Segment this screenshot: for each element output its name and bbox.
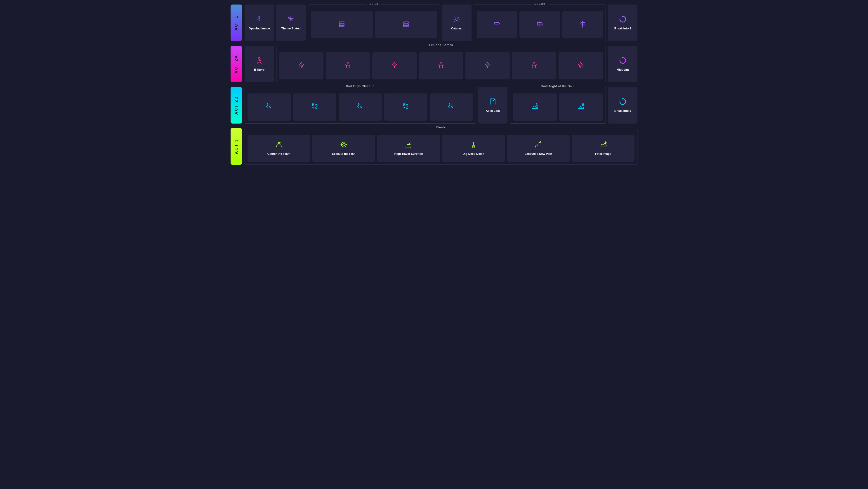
celebration-icon-6: [530, 61, 538, 70]
fag-card-4[interactable]: [419, 52, 463, 80]
final-image-card[interactable]: Final Image: [572, 135, 634, 162]
act3-label: ACT 3: [230, 128, 242, 165]
act2b-content: Bad Guys Close In: [245, 87, 638, 123]
svg-point-45: [533, 62, 535, 64]
setup-card-2[interactable]: [375, 11, 437, 38]
execute-new-plan-label: Execute a New Plan: [524, 152, 552, 156]
fag-card-5[interactable]: [465, 52, 510, 80]
finale-section: Finale Gather t: [245, 128, 638, 165]
svg-point-53: [267, 104, 268, 105]
execute-new-plan-card[interactable]: Execute a New Plan: [507, 135, 569, 162]
svg-line-41: [442, 64, 443, 65]
catalyst-card[interactable]: Catalyst: [442, 4, 471, 41]
bgci-card-3[interactable]: [339, 93, 382, 121]
starburst-icon: [453, 15, 461, 24]
debate-card-3[interactable]: [562, 11, 603, 38]
execute-plan-card[interactable]: Execute the Plan: [312, 135, 375, 162]
setup-card-1[interactable]: [311, 11, 373, 38]
runners-icon-1: [265, 103, 273, 112]
high-tower-card[interactable]: High Tower Surprise: [377, 135, 440, 162]
story-structure-board: ACT 1 Opening Image: [230, 4, 638, 165]
spinner-cyan-icon: [619, 97, 627, 107]
setup-inner-cards: [311, 11, 437, 38]
shovel-icon: [469, 141, 477, 150]
svg-line-47: [536, 64, 537, 65]
dark-night-label: Dark Night of the Soul: [538, 84, 577, 88]
celebration-icon-3: [391, 61, 399, 70]
svg-line-15: [458, 21, 459, 22]
dig-deep-label: Dig Deep Down: [463, 152, 484, 156]
svg-line-37: [392, 64, 393, 65]
fag-card-1[interactable]: [279, 52, 323, 80]
svg-rect-3: [339, 22, 344, 23]
act2a-row: ACT 2A B Story: [230, 46, 638, 82]
sparkle-icon: [287, 15, 295, 24]
svg-line-44: [489, 64, 490, 65]
midpoint-card[interactable]: Midpoint: [608, 46, 638, 82]
act1-label: ACT 1: [230, 4, 242, 41]
svg-point-48: [580, 62, 581, 64]
fun-games-cards: [279, 52, 603, 80]
fag-card-2[interactable]: [326, 52, 370, 80]
theme-stated-card[interactable]: Theme Stated: [276, 4, 306, 41]
svg-point-25: [259, 60, 260, 61]
act3-row: ACT 3 Finale: [230, 128, 638, 165]
theme-stated-label: Theme Stated: [281, 27, 301, 31]
b-story-card[interactable]: B Story: [245, 46, 274, 82]
svg-point-23: [258, 57, 260, 59]
svg-line-17: [454, 21, 456, 22]
debate-card-2[interactable]: [520, 11, 560, 38]
dnis-card-2[interactable]: [559, 93, 603, 121]
svg-line-50: [582, 64, 583, 65]
spinner-pink-icon: [619, 56, 627, 66]
person-icon: [255, 56, 264, 66]
signpost-icon-3: [579, 20, 587, 29]
dnis-card-1[interactable]: [513, 93, 557, 121]
catalyst-label: Catalyst: [451, 27, 463, 31]
runners-icon-4: [402, 103, 410, 112]
fag-card-3[interactable]: [372, 52, 416, 80]
svg-point-42: [487, 62, 488, 64]
gather-team-card[interactable]: Gather the Team: [248, 135, 310, 162]
celebration-icon-7: [577, 61, 585, 70]
debate-section: Debate: [474, 4, 606, 41]
bgci-card-5[interactable]: [430, 93, 473, 121]
midpoint-label: Midpoint: [617, 68, 629, 72]
flag-icon: [405, 141, 413, 150]
svg-point-69: [622, 98, 623, 99]
bgci-card-1[interactable]: [248, 93, 291, 121]
fag-card-7[interactable]: [559, 52, 603, 80]
celebration-icon-4: [437, 61, 445, 70]
dig-deep-card[interactable]: Dig Deep Down: [442, 135, 505, 162]
act1-cards: Opening Image Theme Stated Setu: [245, 4, 638, 41]
svg-point-52: [622, 57, 623, 58]
svg-point-24: [258, 60, 259, 61]
break-into-2-label: Break Into 2: [614, 27, 631, 31]
svg-rect-8: [403, 25, 408, 27]
bgci-card-2[interactable]: [293, 93, 336, 121]
bgci-label: Bad Guys Close In: [343, 84, 377, 88]
svg-point-57: [358, 104, 359, 105]
runners-icon-2: [311, 103, 319, 112]
debate-card-1[interactable]: [477, 11, 517, 38]
break-into-3-label: Break Into 3: [614, 109, 631, 113]
target-icon: [340, 141, 348, 150]
runners-icon-5: [447, 103, 455, 112]
svg-line-27: [299, 64, 300, 65]
running-icon: [255, 15, 264, 24]
bgci-card-4[interactable]: [384, 93, 427, 121]
fag-card-6[interactable]: [512, 52, 556, 80]
all-is-lost-card[interactable]: All is Lost: [478, 87, 507, 123]
act2a-label: ACT 2A: [230, 46, 242, 82]
act3-content: Finale Gather t: [245, 128, 638, 165]
opening-image-card[interactable]: Opening Image: [245, 4, 274, 41]
moon-mountain-icon-2: [577, 103, 585, 112]
all-is-lost-label: All is Lost: [486, 109, 500, 113]
final-image-label: Final Image: [595, 152, 612, 156]
team-icon: [275, 141, 283, 150]
svg-line-16: [458, 17, 459, 18]
break-into-3-card[interactable]: Break Into 3: [608, 87, 638, 123]
break-into-2-card[interactable]: Break Into 2: [608, 4, 638, 41]
fun-and-games-section: Fun and Games: [276, 46, 606, 82]
finale-cards: Gather the Team: [248, 135, 634, 162]
